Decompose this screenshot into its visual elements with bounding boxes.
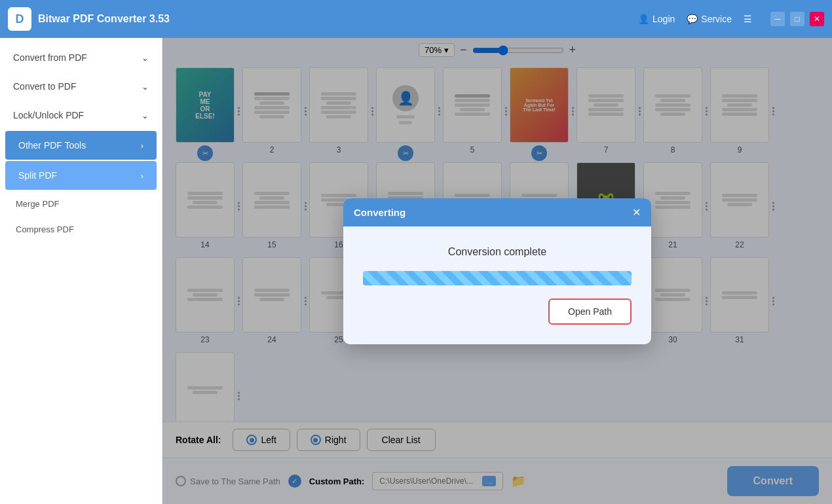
sidebar-item-merge-pdf[interactable]: Merge PDF [0, 191, 162, 217]
main-layout: Convert from PDF ⌄ Convert to PDF ⌄ Lock… [0, 38, 832, 504]
open-path-button[interactable]: Open Path [548, 298, 632, 325]
content-area: 70% ▾ − + PAYMEORELSE! ✂ 1 [162, 38, 832, 504]
progress-bar [363, 271, 632, 285]
window-controls: ─ □ ✕ [770, 12, 824, 26]
titlebar-actions: 👤 Login 💬 Service ☰ ─ □ ✕ [638, 12, 824, 26]
service-button[interactable]: 💬 Service [687, 14, 732, 24]
modal-close-button[interactable]: ✕ [632, 206, 641, 219]
conversion-complete-message: Conversion complete [448, 246, 546, 258]
app-title: Bitwar PDF Converter 3.53 [38, 13, 632, 25]
chevron-down-icon: ⌄ [142, 53, 149, 63]
chevron-down-icon: ⌄ [142, 111, 149, 120]
sidebar-item-lock-unlock-pdf[interactable]: Lock/Unlock PDF ⌄ [0, 101, 162, 130]
modal-overlay: Converting ✕ Conversion complete Open Pa… [162, 38, 832, 504]
titlebar: D Bitwar PDF Converter 3.53 👤 Login 💬 Se… [0, 0, 832, 38]
converting-modal: Converting ✕ Conversion complete Open Pa… [343, 198, 651, 344]
user-icon: 👤 [638, 14, 649, 24]
modal-body: Conversion complete Open Path [343, 226, 651, 344]
sidebar-item-convert-to-pdf[interactable]: Convert to PDF ⌄ [0, 72, 162, 101]
modal-header: Converting ✕ [343, 198, 651, 226]
login-button[interactable]: 👤 Login [638, 14, 675, 24]
sidebar-item-compress-pdf[interactable]: Compress PDF [0, 217, 162, 242]
chevron-down-icon: ⌄ [142, 82, 149, 92]
chevron-right-icon: › [141, 141, 143, 151]
modal-title: Converting [354, 207, 406, 218]
sidebar-item-other-pdf-tools[interactable]: Other PDF Tools › [5, 131, 157, 160]
sidebar-item-convert-from-pdf[interactable]: Convert from PDF ⌄ [0, 43, 162, 72]
sidebar: Convert from PDF ⌄ Convert to PDF ⌄ Lock… [0, 38, 162, 504]
service-icon: 💬 [687, 14, 698, 24]
maximize-button[interactable]: □ [790, 12, 804, 26]
chevron-right-icon: › [141, 171, 143, 181]
app-logo: D [8, 7, 31, 31]
menu-button[interactable]: ☰ [744, 14, 752, 24]
minimize-button[interactable]: ─ [770, 12, 785, 26]
close-button[interactable]: ✕ [810, 12, 824, 26]
sidebar-item-split-pdf[interactable]: Split PDF › [5, 161, 157, 190]
